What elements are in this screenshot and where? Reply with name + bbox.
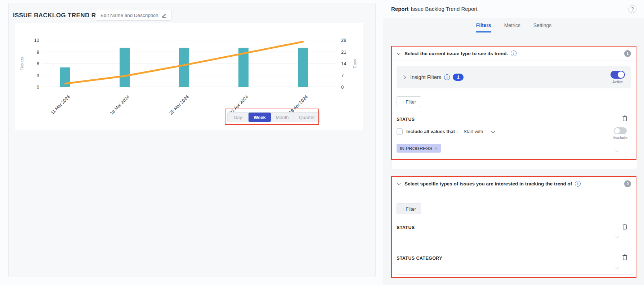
operator-chevron-down-icon[interactable] xyxy=(491,129,495,133)
section-1-title: Select the current issue type to see its… xyxy=(404,51,508,56)
trash-icon[interactable] xyxy=(622,115,627,122)
svg-text:0: 0 xyxy=(37,84,39,90)
section-2-header[interactable]: Select specific types of issues you are … xyxy=(392,176,637,191)
status-input-underline[interactable] xyxy=(397,244,633,244)
status-category-input-underline[interactable] xyxy=(397,275,633,275)
tab-settings[interactable]: Settings xyxy=(533,22,552,32)
exclude-toggle-label: Exclude xyxy=(613,135,627,140)
svg-text:3: 3 xyxy=(37,73,39,78)
section-current-issue-type: Select the current issue type to see its… xyxy=(391,46,637,169)
svg-text:12: 12 xyxy=(34,38,39,43)
report-preview-card: ISSUE BACKLOG TREND REPORT Edit Name and… xyxy=(8,3,376,277)
svg-text:Days: Days xyxy=(353,58,357,68)
pencil-icon xyxy=(161,13,167,18)
svg-text:28: 28 xyxy=(341,38,346,43)
tab-filters[interactable]: Filters xyxy=(476,22,491,32)
include-values-row: Include all values that : Start with xyxy=(397,128,495,135)
operator-value[interactable]: Start with xyxy=(464,129,483,134)
status-dropdown-chevron-icon[interactable] xyxy=(615,234,619,238)
add-filter-button[interactable]: + Filter xyxy=(397,203,421,214)
info-icon[interactable]: i xyxy=(444,74,450,80)
filter-field-status: STATUS xyxy=(397,225,415,230)
add-filter-button[interactable]: + Filter xyxy=(397,96,421,107)
insight-filters-count-pill: 1 xyxy=(453,74,464,81)
exclude-toggle[interactable] xyxy=(614,127,627,134)
values-input-underline[interactable] xyxy=(397,156,633,156)
svg-text:Tickets: Tickets xyxy=(20,57,24,70)
chevron-right-icon xyxy=(402,75,406,79)
filter-field-status-category: STATUS CATEGORY xyxy=(397,256,442,261)
granularity-week[interactable]: Week xyxy=(249,113,271,122)
svg-text:9: 9 xyxy=(37,49,39,55)
active-toggle-label: Active xyxy=(612,80,623,84)
section-2-count-badge: 0 xyxy=(624,180,631,187)
chip-close-icon[interactable]: × xyxy=(435,146,438,151)
toggle-knob xyxy=(614,128,620,133)
section-specific-issue-types: Select specific types of issues you are … xyxy=(391,176,637,278)
section-2-title: Select specific types of issues you are … xyxy=(404,181,572,187)
status-category-dropdown-chevron-icon[interactable] xyxy=(615,265,619,269)
section-1-count-badge: 1 xyxy=(624,50,631,57)
svg-text:14: 14 xyxy=(341,61,346,66)
chevron-down-icon xyxy=(397,181,401,185)
trash-icon[interactable] xyxy=(622,254,627,260)
panel-tabs: Filters Metrics Settings xyxy=(383,22,644,32)
exclude-toggle-wrap: Exclude xyxy=(613,127,627,140)
section-1-header[interactable]: Select the current issue type to see its… xyxy=(392,46,637,61)
include-all-checkbox[interactable] xyxy=(397,128,403,135)
granularity-segmented-control: Day Week Month Quarter xyxy=(227,112,320,122)
chip-label: IN PROGRESS xyxy=(400,146,432,151)
edit-button-label: Edit Name and Description xyxy=(100,13,158,18)
filter-field-status: STATUS xyxy=(397,117,415,122)
info-icon[interactable]: i xyxy=(511,51,516,56)
granularity-month[interactable]: Month xyxy=(271,113,294,122)
values-dropdown-chevron-icon[interactable] xyxy=(615,148,619,152)
svg-text:11 Mar 2024: 11 Mar 2024 xyxy=(50,94,71,115)
insight-filters-row[interactable]: Insight Filters i 1 Active xyxy=(397,66,631,88)
report-builder-page: ISSUE BACKLOG TREND REPORT Edit Name and… xyxy=(0,0,644,285)
svg-text:6: 6 xyxy=(37,61,39,66)
info-icon[interactable]: i xyxy=(575,181,581,187)
svg-text:18 Mar 2024: 18 Mar 2024 xyxy=(109,94,131,116)
edit-name-description-button[interactable]: Edit Name and Description xyxy=(96,10,171,21)
svg-text:21: 21 xyxy=(341,49,346,55)
svg-text:7: 7 xyxy=(341,73,344,78)
help-icon[interactable]: ? xyxy=(629,5,636,13)
panel-header-title: Issue Backlog Trend Report xyxy=(411,6,477,12)
toggle-knob xyxy=(618,71,624,78)
status-value-chip: IN PROGRESS × xyxy=(397,144,441,153)
tab-metrics[interactable]: Metrics xyxy=(504,22,520,32)
chevron-down-icon xyxy=(397,51,401,55)
svg-text:25 Mar 2024: 25 Mar 2024 xyxy=(169,94,190,116)
report-config-panel: Report Issue Backlog Trend Report ? Filt… xyxy=(383,0,644,285)
insight-filters-label: Insight Filters xyxy=(410,74,441,80)
panel-header-label: Report xyxy=(391,6,408,12)
insight-filters-active-toggle[interactable] xyxy=(611,71,625,79)
granularity-day[interactable]: Day xyxy=(228,113,249,122)
panel-header: Report Issue Backlog Trend Report ? xyxy=(383,0,644,18)
granularity-quarter[interactable]: Quarter xyxy=(294,113,320,122)
svg-text:0: 0 xyxy=(341,84,344,90)
trash-icon[interactable] xyxy=(622,224,627,230)
include-all-label: Include all values that : xyxy=(406,129,458,134)
